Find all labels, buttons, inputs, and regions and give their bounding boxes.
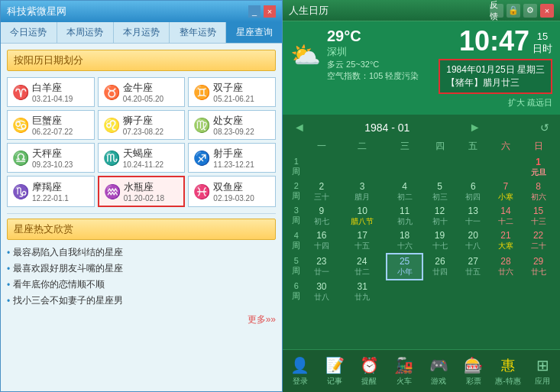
bottom-item-apps[interactable]: ⊞ 应用	[526, 350, 560, 392]
day-jan18[interactable]: 18十六	[387, 228, 422, 254]
zodiac-libra[interactable]: ♎ 天秤座 09.23-10.23	[7, 143, 95, 173]
aquarius-name: 水瓶座	[124, 180, 164, 194]
day-jan21[interactable]: 21大寒	[490, 228, 523, 254]
tab-month[interactable]: 本月运势	[114, 22, 170, 43]
notes-label: 记事	[327, 376, 342, 387]
week-num-6: 6周	[287, 280, 305, 304]
day-jan26[interactable]: 26廿四	[422, 254, 457, 280]
day-jan12[interactable]: 12初十	[422, 204, 457, 228]
close-button[interactable]: ×	[264, 5, 276, 18]
weather-desc: 多云 25~32°C	[327, 59, 419, 70]
zodiac-aries[interactable]: ♈ 白羊座 03.21-04.19	[7, 77, 95, 107]
hot-item-2[interactable]: 看年底你的恋情顺不顺	[7, 277, 276, 293]
day-jan4[interactable]: 4初二	[387, 180, 422, 204]
calendar-nav: ◄ 1984 - 01 ► ↺	[287, 118, 555, 138]
day-jan7[interactable]: 7小寒	[490, 180, 523, 204]
special-icon: 惠	[501, 356, 515, 374]
day-jan11[interactable]: 11初九	[387, 204, 422, 228]
next-month-button[interactable]: ►	[469, 121, 481, 134]
weekday-tue: 二	[338, 138, 387, 155]
day-jan5[interactable]: 5初三	[422, 180, 457, 204]
hot-item-1[interactable]: 最喜欢跟好朋友斗嘴的星座	[7, 261, 276, 277]
hot-item-0[interactable]: 最容易陷入自我纠结的星座	[7, 245, 276, 261]
hot-section: 星座热文欣赏 最容易陷入自我纠结的星座 最喜欢跟好朋友斗嘴的星座 看年底你的恋情…	[7, 213, 276, 329]
zodiac-sagittarius[interactable]: ♐ 射手座 11.23-12.21	[188, 143, 276, 173]
weekday-sun: 日	[522, 138, 555, 155]
day-jan15[interactable]: 15十三	[522, 204, 555, 228]
day-jan9[interactable]: 9初七	[305, 204, 338, 228]
tab-year[interactable]: 整年运势	[170, 22, 226, 43]
bottom-item-reminder[interactable]: ⏰ 提醒	[352, 350, 387, 392]
tab-week[interactable]: 本周运势	[57, 22, 114, 43]
zodiac-aquarius[interactable]: ♒ 水瓶座 01.20-02.18	[98, 176, 186, 207]
week-num-header	[287, 138, 305, 155]
day-jan6[interactable]: 6初四	[457, 180, 490, 204]
day-jan23[interactable]: 23廿一	[305, 254, 338, 280]
day-jan16[interactable]: 16十四	[305, 228, 338, 254]
pisces-symbol: ♓	[193, 183, 210, 200]
bottom-item-special[interactable]: 惠 惠-特惠	[490, 350, 525, 392]
refresh-button[interactable]: ↺	[540, 121, 549, 134]
table-row: 3周 9初七 10腊八节 11初九 12初十 13十一 14十二 15十三	[287, 204, 555, 228]
day-jan13[interactable]: 13十一	[457, 204, 490, 228]
zodiac-capricorn[interactable]: ♑ 摩羯座 12.22-01.1	[7, 176, 95, 207]
day-jan10[interactable]: 10腊八节	[338, 204, 387, 228]
sagittarius-date: 11.23-12.21	[213, 160, 254, 169]
day-jan28[interactable]: 28廿六	[490, 254, 523, 280]
zodiac-virgo[interactable]: ♍ 处女座 08.23-09.22	[188, 110, 276, 140]
day-jan25[interactable]: 25小年	[387, 254, 422, 280]
close-right-button[interactable]: ×	[540, 4, 554, 18]
day-jan29[interactable]: 29廿七	[522, 254, 555, 280]
zodiac-gemini[interactable]: ♊ 双子座 05.21-06.21	[188, 77, 276, 107]
cancer-date: 06.22-07.22	[32, 128, 73, 136]
day-jan31[interactable]: 31廿九	[338, 280, 387, 304]
day-jan1[interactable]: 1元旦	[522, 155, 555, 180]
bottom-item-notes[interactable]: 📝 记事	[317, 350, 351, 392]
aquarius-symbol: ♒	[104, 183, 121, 200]
pisces-date: 02.19-03.20	[213, 194, 254, 202]
day-jan17[interactable]: 17十五	[338, 228, 387, 254]
zodiac-cancer[interactable]: ♋ 巨蟹座 06.22-07.22	[7, 110, 95, 140]
zodiac-scorpio[interactable]: ♏ 天蝎座 10.24-11.22	[98, 143, 186, 173]
tab-zodiac[interactable]: 星座查询	[226, 22, 282, 43]
prev-month-button[interactable]: ◄	[293, 121, 306, 134]
day-jan24[interactable]: 24廿二	[338, 254, 387, 280]
more-link[interactable]	[248, 311, 276, 328]
hot-item-3[interactable]: 找小三会不如妻子的星座男	[7, 293, 276, 309]
bottom-item-game[interactable]: 🎮 游戏	[422, 350, 456, 392]
special-label: 惠-特惠	[495, 376, 520, 387]
day-jan20[interactable]: 20十八	[457, 228, 490, 254]
zodiac-leo[interactable]: ♌ 狮子座 07.23-08.22	[98, 110, 186, 140]
sub-label: 扩大 疏远日	[508, 97, 552, 109]
bottom-item-train[interactable]: 🚂 火车	[387, 350, 421, 392]
zodiac-taurus[interactable]: ♉ 金牛座 04.20-05.20	[98, 77, 186, 107]
game-label: 游戏	[431, 376, 446, 387]
gemini-name: 双子座	[213, 81, 254, 95]
train-icon: 🚂	[394, 356, 413, 374]
minimize-button[interactable]: _	[248, 5, 261, 18]
bottom-item-login[interactable]: 👤 登录	[283, 350, 317, 392]
tab-today[interactable]: 今日运势	[1, 22, 57, 43]
week-num-5: 5周	[287, 254, 305, 280]
day-jan27[interactable]: 27廿五	[457, 254, 490, 280]
day-jan14[interactable]: 14十二	[490, 204, 523, 228]
lock-icon[interactable]: 🔒	[507, 4, 520, 18]
day-jan30[interactable]: 30廿八	[305, 280, 338, 304]
calendar-table: 一 二 三 四 五 六 日 1周	[287, 138, 555, 304]
settings-icon[interactable]: ⚙	[523, 4, 537, 18]
bottom-item-lottery[interactable]: 🎰 彩票	[456, 350, 490, 392]
scorpio-name: 天蝎座	[123, 147, 163, 160]
libra-symbol: ♎	[12, 150, 29, 167]
bottom-bar: 👤 登录 📝 记事 ⏰ 提醒 🚂 火车 🎮 游戏 🎰 彩票 惠 惠-特惠 ⊞	[283, 349, 560, 392]
lottery-label: 彩票	[466, 376, 481, 387]
day-jan2[interactable]: 2三十	[305, 180, 338, 204]
day-jan3[interactable]: 3腊月	[338, 180, 387, 204]
feedback-icon[interactable]: 反馈	[490, 4, 503, 18]
week-num-3: 3周	[287, 204, 305, 228]
libra-date: 09.23-10.23	[32, 160, 73, 169]
day-jan22[interactable]: 22二十	[522, 228, 555, 254]
day-jan19[interactable]: 19十七	[422, 228, 457, 254]
day-jan8[interactable]: 8初六	[522, 180, 555, 204]
capricorn-name: 摩羯座	[32, 180, 69, 194]
zodiac-pisces[interactable]: ♓ 双鱼座 02.19-03.20	[188, 176, 276, 207]
